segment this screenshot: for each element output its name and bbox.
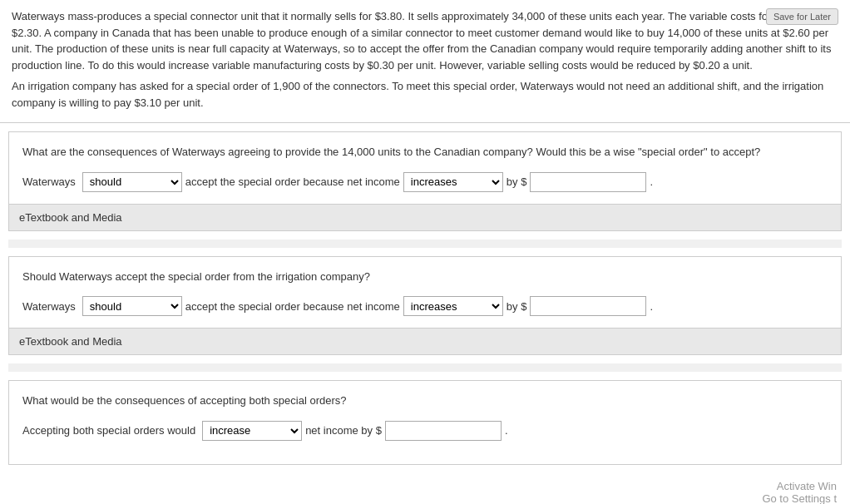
- watermark-area: Activate Win Go to Settings t: [0, 473, 850, 505]
- question2-label-start: Waterways: [22, 300, 76, 313]
- question1-label-start: Waterways: [22, 175, 76, 188]
- question3-dropdown1[interactable]: increase decrease: [202, 421, 302, 441]
- question1-answer-row: Waterways should should not accept the s…: [22, 172, 828, 192]
- intro-paragraph-1: Waterways mass-produces a special connec…: [12, 8, 838, 73]
- question3-text: What would be the consequences of accept…: [22, 393, 828, 409]
- question3-amount-input[interactable]: [385, 421, 502, 441]
- question1-section: What are the consequences of Waterways a…: [8, 131, 842, 231]
- save-for-later-button[interactable]: Save for Later: [766, 8, 838, 25]
- intro-paragraph-2: An irrigation company has asked for a sp…: [12, 78, 838, 111]
- section-gap-1: [8, 240, 842, 248]
- watermark-line2: Go to Settings t: [0, 492, 837, 505]
- question1-period: .: [650, 175, 653, 188]
- question1-middle-text: accept the special order because net inc…: [185, 175, 400, 188]
- intro-section: Save for Later Waterways mass-produces a…: [0, 0, 850, 123]
- question3-middle-text: net income by $: [305, 424, 382, 437]
- question3-answer-row: Accepting both special orders would incr…: [22, 421, 828, 441]
- question2-answer-row: Waterways should should not accept the s…: [22, 296, 828, 316]
- question1-by-text: by $: [507, 175, 527, 188]
- question2-dropdown2[interactable]: increases decreases: [403, 296, 503, 316]
- question2-text: Should Waterways accept the special orde…: [22, 269, 828, 285]
- question2-period: .: [650, 300, 653, 313]
- question2-etextbook-bar[interactable]: eTextbook and Media: [9, 328, 841, 354]
- question2-by-text: by $: [507, 300, 527, 313]
- question3-section: What would be the consequences of accept…: [8, 380, 842, 465]
- question1-dropdown2[interactable]: increases decreases: [403, 172, 503, 192]
- question2-middle-text: accept the special order because net inc…: [185, 300, 400, 313]
- question1-amount-input[interactable]: [530, 172, 646, 192]
- question1-etextbook-bar[interactable]: eTextbook and Media: [9, 204, 841, 230]
- question2-section: Should Waterways accept the special orde…: [8, 256, 842, 356]
- question3-label-start: Accepting both special orders would: [22, 424, 195, 437]
- page-wrapper: Save for Later Waterways mass-produces a…: [0, 0, 850, 504]
- section-gap-2: [8, 363, 842, 372]
- question2-dropdown1[interactable]: should should not: [82, 296, 182, 316]
- question3-period: .: [505, 424, 508, 437]
- question1-text: What are the consequences of Waterways a…: [22, 144, 828, 161]
- watermark-line1: Activate Win: [0, 480, 837, 492]
- question1-dropdown1[interactable]: should should not: [82, 172, 182, 192]
- question2-amount-input[interactable]: [530, 296, 646, 316]
